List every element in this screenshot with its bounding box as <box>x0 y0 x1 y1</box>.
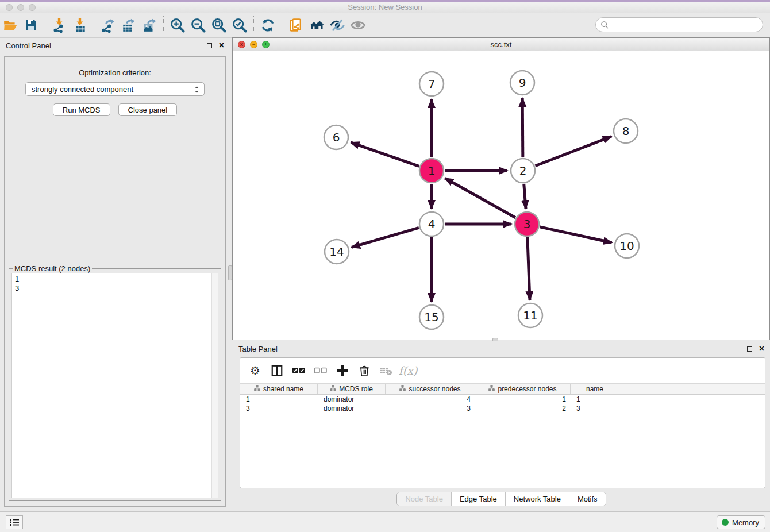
home-all-icon[interactable] <box>306 15 327 36</box>
table-cell[interactable]: 1 <box>240 395 318 404</box>
tab-motifs[interactable]: Motifs <box>569 492 606 506</box>
network-window-titlebar[interactable]: x – + scc.txt <box>233 38 769 51</box>
zoom-out-icon[interactable] <box>188 15 209 36</box>
delete-column-icon[interactable] <box>356 363 372 379</box>
edge-3-10[interactable] <box>540 227 611 242</box>
mcds-tab-content: Optimization criterion: strongly connect… <box>4 56 226 507</box>
mcds-buttons-row: Run MCDS Close panel <box>5 103 225 116</box>
edge-2-8[interactable] <box>535 137 611 166</box>
select-all-checkboxes-icon[interactable] <box>291 363 307 379</box>
fx-label: f(x) <box>399 364 418 377</box>
network-maximize-button[interactable]: + <box>262 41 270 48</box>
table-cell[interactable]: 4 <box>386 395 475 404</box>
edge-4-14[interactable] <box>352 228 419 247</box>
close-table-panel-icon[interactable]: × <box>759 345 764 352</box>
table-cell[interactable]: 2 <box>475 404 571 413</box>
column-header-shared-name[interactable]: shared name <box>240 384 318 394</box>
tab-node-table[interactable]: Node Table <box>397 492 452 506</box>
table-cell[interactable]: 3 <box>386 404 475 413</box>
export-network-icon[interactable] <box>98 15 118 36</box>
optimization-criterion-select[interactable]: strongly connected component <box>25 82 205 96</box>
edge-2-9[interactable] <box>522 98 523 157</box>
toolbar-separator <box>94 16 94 34</box>
search-input[interactable] <box>609 19 763 30</box>
network-canvas[interactable]: 7968124314101511 <box>233 51 769 340</box>
toolbar-separator <box>163 16 164 34</box>
tab-edge-table[interactable]: Edge Table <box>452 492 506 506</box>
search-box[interactable] <box>595 17 763 32</box>
column-type-icon <box>254 385 260 393</box>
delete-table-icon <box>378 363 394 379</box>
zoom-selected-icon[interactable] <box>229 15 250 36</box>
table-cell[interactable]: 1 <box>475 395 571 404</box>
optimization-criterion-label: Optimization criterion: <box>5 68 225 77</box>
control-panel-header: Control Panel × <box>0 38 230 53</box>
mcds-result-text: 1 3 <box>12 273 218 293</box>
table-cell[interactable]: 1 <box>571 395 619 404</box>
edge-1-6[interactable] <box>351 142 419 167</box>
graph-node-label-2: 2 <box>519 164 527 178</box>
status-bar: Memory <box>0 511 770 532</box>
graph-node-label-8: 8 <box>622 124 630 138</box>
table-panel-title: Table Panel <box>238 345 747 353</box>
column-type-icon <box>488 385 495 393</box>
column-header-predecessor-nodes[interactable]: predecessor nodes <box>475 384 571 394</box>
zoom-fit-icon[interactable] <box>209 15 229 36</box>
split-view-icon[interactable] <box>269 363 285 379</box>
float-panel-icon[interactable] <box>207 43 212 48</box>
deselect-all-checkboxes-icon[interactable] <box>313 363 329 379</box>
settings-icon[interactable]: ⚙ <box>247 363 263 379</box>
column-header-label: name <box>586 385 603 393</box>
table-header-row: shared nameMCDS rolesuccessor nodesprede… <box>240 383 765 395</box>
graph-node-label-1: 1 <box>428 164 436 178</box>
close-panel-button[interactable]: Close panel <box>118 103 178 116</box>
chevron-updown-icon <box>194 84 200 97</box>
search-icon <box>600 21 609 29</box>
import-network-icon[interactable] <box>49 15 70 36</box>
function-builder-icon: f(x) <box>400 363 416 379</box>
table-cell[interactable]: 3 <box>571 404 619 413</box>
tab-network-table[interactable]: Network Table <box>506 492 569 506</box>
network-close-button[interactable]: x <box>238 41 245 48</box>
apply-layout-icon[interactable] <box>257 15 278 36</box>
task-history-button[interactable] <box>6 515 23 529</box>
main-toolbar <box>0 13 770 38</box>
mcds-result-group: MCDS result (2 nodes) 1 3 <box>9 268 221 501</box>
table-row[interactable]: 3dominator323 <box>240 404 765 413</box>
table-panel: Table Panel × ⚙ <box>233 341 770 511</box>
memory-button[interactable]: Memory <box>717 515 765 529</box>
open-session-icon[interactable] <box>0 15 21 36</box>
float-table-panel-icon[interactable] <box>747 346 752 352</box>
network-minimize-button[interactable]: – <box>250 41 257 48</box>
save-session-icon[interactable] <box>21 15 41 36</box>
zoom-in-icon[interactable] <box>167 15 188 36</box>
edge-2-3[interactable] <box>524 184 526 209</box>
hide-selected-icon[interactable] <box>327 15 348 36</box>
column-header-successor-nodes[interactable]: successor nodes <box>386 384 475 394</box>
network-canvas-svg[interactable]: 7968124314101511 <box>233 51 769 340</box>
toolbar-separator <box>282 16 282 34</box>
add-column-icon[interactable] <box>334 363 351 379</box>
mcds-result-area[interactable]: 1 3 <box>11 273 218 498</box>
duplicate-network-icon[interactable] <box>286 15 306 36</box>
table-cell[interactable]: dominator <box>318 395 386 404</box>
edge-3-1[interactable] <box>445 178 515 218</box>
graph-node-label-4: 4 <box>428 217 436 231</box>
table-cell[interactable]: 3 <box>240 404 318 413</box>
vertical-splitter-grip[interactable] <box>228 265 232 280</box>
run-mcds-button[interactable]: Run MCDS <box>53 103 110 116</box>
column-header-MCDS-role[interactable]: MCDS role <box>318 384 386 394</box>
close-panel-icon[interactable]: × <box>219 42 224 49</box>
result-scrollbar[interactable] <box>211 273 218 498</box>
table-row[interactable]: 1dominator411 <box>240 395 765 404</box>
node-table-card: ⚙ f(x) <box>240 357 765 488</box>
export-table-icon[interactable] <box>118 15 139 36</box>
selected-option: strongly connected component <box>32 85 133 94</box>
control-panel-title: Control Panel <box>6 41 207 50</box>
edge-3-11[interactable] <box>528 237 530 300</box>
export-image-icon[interactable] <box>139 15 160 36</box>
import-table-icon[interactable] <box>70 15 90 36</box>
column-header-name[interactable]: name <box>571 384 619 394</box>
table-cell[interactable]: dominator <box>318 404 386 413</box>
network-window-title: scc.txt <box>233 40 769 49</box>
